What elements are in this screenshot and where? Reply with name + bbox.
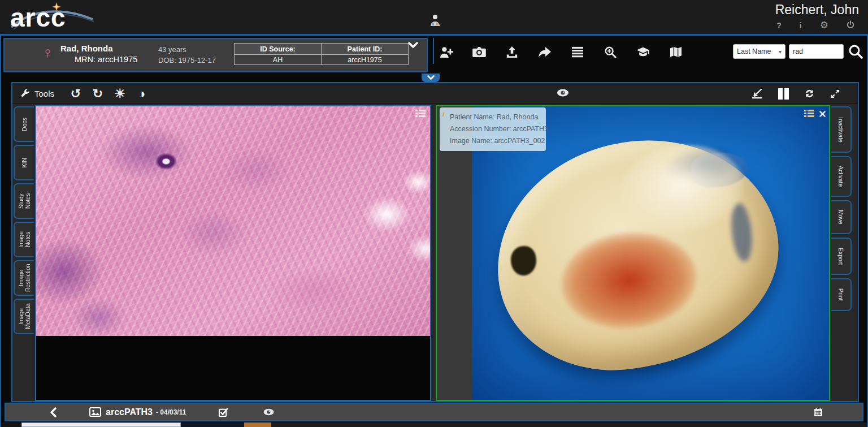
thumbnail-partial[interactable] <box>244 422 271 427</box>
tab-image-notes[interactable]: Image Notes <box>14 222 34 257</box>
add-patient-icon[interactable] <box>440 45 453 59</box>
search-input[interactable] <box>789 44 844 59</box>
histology-image[interactable] <box>36 106 430 336</box>
patient-id-value: arccH1975 <box>322 55 409 65</box>
patient-lookup-icon[interactable] <box>429 14 441 27</box>
patient-search: Last Name ▾ <box>733 44 863 59</box>
rotate-left-icon[interactable]: ↺ <box>69 87 83 101</box>
tab-kin-label: KIN <box>21 158 28 168</box>
study-bottom-bar: arccPATH3 - 04/03/11 <box>5 403 863 421</box>
patient-id-table: ID Source: Patient ID: AH arccH1975 <box>234 43 409 65</box>
viewer-frame: Tools ↺ ↻ ☀ ◑ <box>11 82 859 402</box>
tab-image-restriction[interactable]: Image Restriction <box>14 260 34 296</box>
thumbnail-partial[interactable] <box>21 422 181 427</box>
education-cap-icon[interactable] <box>636 45 650 59</box>
select-all-checkbox-icon[interactable] <box>219 408 228 417</box>
tab-export[interactable]: Export <box>831 238 852 275</box>
patient-dob: DOB: 1975-12-17 <box>158 56 216 64</box>
ink-stain-left <box>510 245 538 277</box>
collapse-left-chevron-icon[interactable] <box>50 407 57 417</box>
viewport-histology[interactable] <box>35 105 431 401</box>
thumbnail-strip-background <box>271 422 867 427</box>
toggle-visibility-eye-icon[interactable] <box>263 408 274 416</box>
header-icon-row: ? i ⚙ <box>776 20 854 31</box>
tab-move[interactable]: Move <box>831 200 852 234</box>
tab-study-notes-label: Study Notes <box>18 185 31 217</box>
brightness-icon[interactable]: ☀ <box>113 87 127 101</box>
tab-move-label: Move <box>837 210 844 225</box>
tooltip-accession-number: Accession Number: arccPATH3 <box>450 123 541 135</box>
tab-print-label: Print <box>837 288 844 301</box>
female-gender-icon: ♀ <box>42 45 54 62</box>
visibility-eye-icon[interactable] <box>557 88 569 100</box>
accession-date: - 04/03/11 <box>156 408 186 416</box>
camera-icon[interactable] <box>472 45 486 59</box>
settings-gears-icon[interactable]: ⚙ <box>820 21 828 30</box>
action-toolbar <box>440 44 683 61</box>
image-adjust-icons: ↺ ↻ ☀ ◑ <box>69 83 149 104</box>
accession-label[interactable]: arccPATH3 <box>106 407 153 417</box>
search-field-select[interactable]: Last Name ▾ <box>733 44 785 59</box>
id-source-header: ID Source: <box>235 44 322 55</box>
zoom-search-icon[interactable] <box>604 45 617 59</box>
tab-kin[interactable]: KIN <box>14 145 34 180</box>
left-tab-rail: Docs KIN Study Notes Image Notes Image R… <box>14 106 35 334</box>
app-border-left <box>0 36 1 427</box>
viewer-tools-bar: Tools ↺ ↻ ☀ ◑ <box>12 83 858 104</box>
thumbnail-partial[interactable] <box>181 422 244 427</box>
split-view-icon[interactable] <box>776 87 790 101</box>
logged-in-user[interactable]: Reichert, John <box>775 2 859 18</box>
viewer-layout-tools <box>750 83 842 104</box>
logo-star-icon <box>52 2 61 11</box>
tab-docs[interactable]: Docs <box>14 106 34 142</box>
tools-label: Tools <box>34 89 54 98</box>
thumbnail-strip[interactable] <box>1 422 867 427</box>
translucent-flap <box>690 150 750 189</box>
search-field-selected: Last Name <box>737 48 779 55</box>
right-tab-rail: Inactivate Activate Move Export Print <box>831 106 853 311</box>
tooltip-patient-name: Patient Name: Rad, Rhonda <box>450 111 541 123</box>
specimen-info-grid-icon[interactable] <box>804 109 814 119</box>
app-root: arcc Reichert, John ? i ⚙ <box>0 0 868 427</box>
list-view-icon[interactable] <box>571 45 584 59</box>
image-info-tooltip: i Patient Name: Rad, Rhonda Accession Nu… <box>440 107 546 151</box>
map-icon[interactable] <box>669 45 683 59</box>
close-viewport-icon[interactable] <box>819 109 826 119</box>
share-forward-icon[interactable] <box>538 45 552 59</box>
patient-panel-chevron-down-icon[interactable] <box>407 41 419 51</box>
viewport-gross-specimen[interactable]: i Patient Name: Rad, Rhonda Accession Nu… <box>436 105 830 401</box>
info-icon[interactable]: i <box>800 21 802 30</box>
tab-image-notes-label: Image Notes <box>18 223 31 256</box>
tab-image-metadata[interactable]: Image MetaData <box>14 299 34 334</box>
app-logo[interactable]: arcc <box>8 2 98 34</box>
tooltip-image-name: Image Name: arccPATH3_002 <box>450 135 541 147</box>
contrast-icon[interactable]: ◑ <box>135 87 149 101</box>
fullscreen-expand-icon[interactable] <box>828 87 842 101</box>
tab-inactivate[interactable]: Inactivate <box>831 106 852 153</box>
wrench-icon <box>20 89 30 98</box>
measure-tool-icon[interactable] <box>750 87 764 101</box>
patient-id-header: Patient ID: <box>322 44 409 55</box>
rotate-right-icon[interactable]: ↻ <box>91 87 105 101</box>
tab-study-notes[interactable]: Study Notes <box>14 183 34 219</box>
patient-age: 43 years <box>158 45 186 54</box>
tab-image-metadata-label: Image MetaData <box>18 300 31 333</box>
tab-activate-label: Activate <box>837 166 844 187</box>
calendar-icon[interactable] <box>814 408 823 417</box>
refresh-icon[interactable] <box>802 87 816 101</box>
collapse-panel-tab[interactable] <box>422 74 440 82</box>
search-magnifier-icon[interactable] <box>848 44 863 59</box>
image-thumbnail-icon[interactable] <box>89 407 101 417</box>
toolbar-divider <box>433 38 434 64</box>
patient-mrn: MRN: arccH1975 <box>75 55 137 64</box>
tab-activate[interactable]: Activate <box>831 156 852 197</box>
ink-stain-right <box>729 202 755 262</box>
tab-print[interactable]: Print <box>831 278 852 311</box>
help-icon[interactable]: ? <box>776 21 782 30</box>
tools-menu[interactable]: Tools <box>20 83 54 104</box>
power-logout-icon[interactable] <box>847 20 854 31</box>
specimen-corner-controls <box>804 109 826 119</box>
upload-icon[interactable] <box>505 45 519 59</box>
histology-info-grid-icon[interactable] <box>415 109 426 119</box>
tab-inactivate-label: Inactivate <box>837 117 844 143</box>
